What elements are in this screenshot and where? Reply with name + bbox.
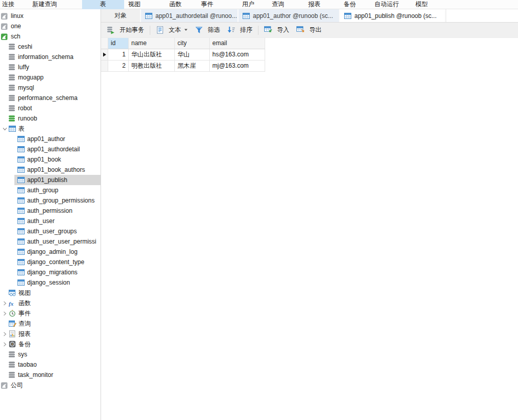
mysql-connection-open-icon <box>1 32 9 41</box>
tree-item-auth_user_groups[interactable]: auth_user_groups <box>0 226 101 236</box>
tree-item-django_content_type[interactable]: django_content_type <box>0 257 101 267</box>
functions-category-icon: fx <box>8 299 16 307</box>
tree-item-events[interactable]: 事件 <box>0 308 101 318</box>
tree-item-ceshi[interactable]: ceshi <box>0 42 101 52</box>
tree-item-auth_group[interactable]: auth_group <box>0 185 101 195</box>
menu-new-query[interactable]: 新建查询 <box>32 0 57 9</box>
tree-item-auth_permission[interactable]: auth_permission <box>0 206 101 216</box>
tree-item-django_session[interactable]: django_session <box>0 277 101 288</box>
menu-backup[interactable]: 备份 <box>344 0 356 9</box>
column-header-id[interactable]: id <box>108 38 129 49</box>
tree-item-app01_authordetail[interactable]: app01_authordetail <box>0 144 101 154</box>
tree-item-information_schema[interactable]: information_schema <box>0 52 101 62</box>
tree-item-app01_book[interactable]: app01_book <box>0 154 101 165</box>
cell-city-row2[interactable]: 黑木崖 <box>175 61 210 72</box>
tree-item-functions[interactable]: fx函数 <box>0 298 101 308</box>
tree-item-label: django_content_type <box>27 258 84 266</box>
column-header-email[interactable]: email <box>210 38 265 49</box>
tree-item-auth_user[interactable]: auth_user <box>0 216 101 226</box>
tree-item-sys[interactable]: sys <box>0 349 101 359</box>
database-open-icon <box>8 114 16 123</box>
tree-item-runoob[interactable]: runoob <box>0 113 101 124</box>
column-header-city[interactable]: city <box>175 38 210 49</box>
tree-item-django_migrations[interactable]: django_migrations <box>0 267 101 277</box>
table-icon <box>17 248 25 256</box>
current-row-marker[interactable] <box>101 49 108 61</box>
tree-item-robot[interactable]: robot <box>0 103 101 113</box>
tree-item-moguapp[interactable]: moguapp <box>0 72 101 83</box>
text-mode-button[interactable]: 文本 <box>152 24 191 36</box>
transaction-icon <box>107 26 115 34</box>
filter-button[interactable]: 筛选 <box>191 24 224 36</box>
cell-name-row1[interactable]: 华山出版社 <box>129 49 175 61</box>
table-icon <box>344 12 352 20</box>
tree-item-label: auth_user_user_permissi <box>27 238 96 245</box>
export-button[interactable]: 导出 <box>293 24 325 36</box>
tree-item-backups[interactable]: 备份 <box>0 339 101 349</box>
menu-view[interactable]: 视图 <box>128 0 141 9</box>
cell-name-row2[interactable]: 明教出版社 <box>129 61 175 72</box>
tree-item-label: 函数 <box>18 299 31 308</box>
button-label: 开始事务 <box>119 26 144 34</box>
row-marker[interactable] <box>101 61 108 72</box>
tree-item-task_monitor[interactable]: task_monitor <box>0 370 101 380</box>
tree-item-label: 报表 <box>18 330 31 338</box>
table-icon <box>17 258 25 266</box>
tree-item-taobao[interactable]: taobao <box>0 359 101 370</box>
begin-transaction-button[interactable]: 开始事务 <box>103 24 148 36</box>
tab-app01-author[interactable]: app01_author @runoob (sc... <box>238 9 340 22</box>
column-header-name[interactable]: name <box>129 38 175 49</box>
tree-item-performance_schema[interactable]: performance_schema <box>0 93 101 103</box>
tree-item-label: mysql <box>18 84 34 91</box>
menu-model[interactable]: 模型 <box>415 0 428 9</box>
menu-function[interactable]: 函数 <box>169 0 182 9</box>
chevron-right-icon <box>2 311 8 316</box>
tree-item-auth_group_permissions[interactable]: auth_group_permissions <box>0 195 101 206</box>
table-icon <box>17 135 25 143</box>
tree-item-label: task_monitor <box>18 371 53 378</box>
table-row: 1华山出版社华山hs@163.com <box>101 49 265 61</box>
table-icon <box>17 145 25 153</box>
menu-event[interactable]: 事件 <box>201 0 213 9</box>
views-category-icon <box>8 289 16 297</box>
sort-icon <box>227 26 235 34</box>
tree-item-reports[interactable]: 报表 <box>0 329 101 339</box>
cell-id-row2[interactable]: 2 <box>108 61 129 72</box>
menu-query[interactable]: 查询 <box>272 0 284 9</box>
menu-report[interactable]: 报表 <box>308 0 321 9</box>
database-closed-icon <box>8 350 16 358</box>
menu-connection[interactable]: 连接 <box>2 0 14 9</box>
database-closed-icon <box>8 94 16 102</box>
tab-objects[interactable]: 对象 <box>101 9 141 22</box>
tree-item-mysql[interactable]: mysql <box>0 83 101 93</box>
tree-item-linux[interactable]: linux <box>0 11 101 21</box>
tree-item-app01_publish[interactable]: app01_publish <box>0 175 101 185</box>
tree-item-queries[interactable]: 查询 <box>0 318 101 329</box>
tree-item-django_admin_log[interactable]: django_admin_log <box>0 247 101 257</box>
menu-user[interactable]: 用户 <box>242 0 254 9</box>
menu-automation[interactable]: 自动运行 <box>374 0 399 9</box>
tree-item-label: app01_book_authors <box>27 166 85 173</box>
tree-item-label: moguapp <box>18 74 44 81</box>
tree-item-views[interactable]: 视图 <box>0 288 101 298</box>
cell-city-row1[interactable]: 华山 <box>175 49 210 61</box>
tab-app01-publish[interactable]: app01_publish @runoob (sc... <box>340 9 446 22</box>
tree-item-app01_author[interactable]: app01_author <box>0 134 101 144</box>
tree-item-one[interactable]: one <box>0 21 101 31</box>
tree-item-app01_book_authors[interactable]: app01_book_authors <box>0 165 101 175</box>
tree-item-sch[interactable]: sch <box>0 31 101 42</box>
main-toolbar: 连接新建查询表视图函数事件用户查询报表备份自动运行模型 <box>0 0 518 9</box>
tree-item-company[interactable]: 公司 <box>0 380 101 390</box>
tree-item-luffy[interactable]: luffy <box>0 62 101 72</box>
tab-app01-authordetail[interactable]: app01_authordetail @runoo... <box>141 9 238 22</box>
button-label: 筛选 <box>208 26 220 34</box>
menu-table[interactable]: 表 <box>82 0 124 9</box>
tree-item-tables[interactable]: 表 <box>0 124 101 134</box>
tree-item-auth_user_user_permissi[interactable]: auth_user_user_permissi <box>0 236 101 247</box>
cell-email-row2[interactable]: mj@163.com <box>210 61 265 72</box>
import-button[interactable]: 导入 <box>261 24 293 36</box>
cell-id-row1[interactable]: 1 <box>108 49 129 61</box>
sort-button[interactable]: 排序 <box>224 24 256 36</box>
cell-email-row1[interactable]: hs@163.com <box>210 49 265 61</box>
tree-item-label: django_admin_log <box>27 248 77 255</box>
